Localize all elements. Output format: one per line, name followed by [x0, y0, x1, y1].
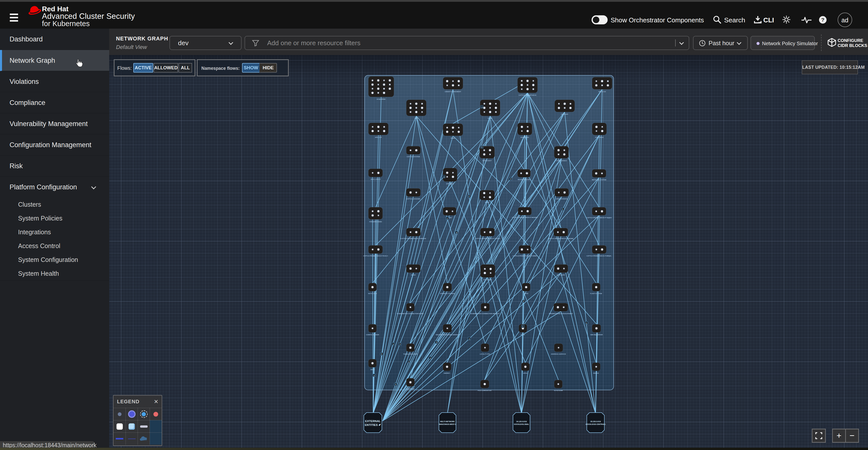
- svg-text:1: 1: [374, 374, 375, 377]
- svg-text:URSIF: URSIF: [488, 118, 493, 119]
- svg-text:CATTLE-PROMETHEUS-P-JHJGG: CATTLE-PROMETHEUS-P-JHJGG: [475, 238, 500, 239]
- svg-text:LOYALTY-PAY: LOYALTY-PAY: [480, 353, 490, 355]
- svg-text:OPAS: OPAS: [485, 202, 489, 203]
- svg-text:CONFLUENCE: CONFLUENCE: [556, 160, 567, 161]
- svg-text:ARGO-CD: ARGO-CD: [598, 91, 606, 92]
- svg-text:ADDRESS-SERVICE: ADDRESS-SERVICE: [551, 353, 566, 355]
- svg-text:ADDRESS-CHANGE: ADDRESS-CHANGE: [440, 293, 455, 294]
- svg-text:CATTLE-PROMETHEUS-P-MPKXN: CATTLE-PROMETHEUS-P-MPKXN: [401, 238, 426, 239]
- svg-text:ENTITIES ✐: ENTITIES ✐: [365, 423, 381, 426]
- svg-text:ARGO-EVENTS: ARGO-EVENTS: [556, 198, 567, 200]
- svg-text:DEBUG: DEBUG: [593, 372, 599, 374]
- svg-text:JIRA-LATEST: JIRA-LATEST: [371, 179, 381, 180]
- svg-text:1: 1: [562, 208, 563, 210]
- svg-text:KUBERNETES-CONNECTOR-DEMO: KUBERNETES-CONNECTOR-DEMO: [397, 313, 424, 314]
- svg-text:GOOGLE/US-CENTRAL1: GOOGLE/US-CENTRAL1: [586, 423, 606, 425]
- svg-text:CATTLE-SYSTEM: CATTLE-SYSTEM: [407, 156, 420, 157]
- svg-text:1: 1: [395, 383, 396, 386]
- svg-text:ZERO: ZERO: [370, 369, 375, 370]
- svg-text:1: 1: [393, 343, 394, 345]
- svg-text:1: 1: [586, 322, 587, 324]
- svg-text:IRINA: IRINA: [451, 138, 455, 139]
- svg-text:ISTIOTERM: ISTIOTERM: [554, 390, 563, 391]
- svg-text:EXTERNAL: EXTERNAL: [365, 420, 381, 423]
- svg-text:FILE-CONVERTER: FILE-CONVERTER: [477, 390, 492, 391]
- svg-text:CATTLE-PROMETHEUS-P-M8Q2L: CATTLE-PROMETHEUS-P-M8Q2L: [587, 255, 612, 257]
- svg-text:MULTI-NETWORK: MULTI-NETWORK: [440, 421, 455, 422]
- svg-text:CATTLE-PROMETHEUS: CATTLE-PROMETHEUS: [519, 94, 536, 96]
- svg-text:1: 1: [436, 341, 437, 343]
- svg-text:4: 4: [443, 176, 445, 178]
- svg-text:CATTLE-PROMETHEUS-P-RL8L4: CATTLE-PROMETHEUS-P-RL8L4: [363, 255, 388, 257]
- svg-text:CONFIG-SEEDER: CONFIG-SEEDER: [366, 334, 379, 335]
- svg-text:CATTLE-LOGGING: CATTLE-LOGGING: [406, 198, 420, 200]
- svg-text:34.120.0.0/16: 34.120.0.0/16: [516, 421, 527, 422]
- svg-text:1: 1: [482, 106, 483, 108]
- svg-text:HPS: HPS: [415, 118, 418, 119]
- svg-text:2: 2: [408, 361, 409, 363]
- svg-text:IBM-MQSERVER: IBM-MQSERVER: [590, 334, 603, 335]
- svg-text:CATTLE-PROMETHEUS-P-MHXBN: CATTLE-PROMETHEUS-P-MHXBN: [512, 217, 537, 218]
- svg-text:GOOGLE/GLOBAL: GOOGLE/GLOBAL: [514, 423, 529, 425]
- svg-text:2: 2: [468, 195, 470, 198]
- svg-text:AMAZON/US-WEST-2: AMAZON/US-WEST-2: [439, 423, 456, 425]
- svg-text:HPSX: HPSX: [524, 293, 529, 294]
- svg-text:1: 1: [381, 353, 382, 355]
- svg-text:35.226.0.0/16: 35.226.0.0/16: [590, 421, 601, 422]
- svg-text:CATTLE-PROMETHEUS-P-7QQS4: CATTLE-PROMETHEUS-P-7QQS4: [587, 217, 612, 218]
- svg-text:1: 1: [447, 217, 448, 220]
- svg-text:1: 1: [469, 338, 470, 340]
- svg-text:1: 1: [522, 325, 524, 327]
- svg-text:OPTIMIZE: OPTIMIZE: [446, 183, 454, 185]
- svg-text:INGRESS-NGINX: INGRESS-NGINX: [518, 179, 530, 180]
- svg-text:3: 3: [456, 232, 457, 234]
- svg-text:SAP-CORE: SAP-CORE: [557, 274, 565, 276]
- svg-text:KUBERNETES-CONNECTOR-INFRAST: KUBERNETES-CONNECTOR-INFRAST: [471, 313, 500, 314]
- svg-text:CATTLE-PROMETHEUS-P-SMB6: CATTLE-PROMETHEUS-P-SMB6: [513, 255, 537, 257]
- svg-text:KEYCLOAK: KEYCLOAK: [368, 293, 377, 294]
- svg-text:AVENGERS: AVENGERS: [521, 137, 529, 138]
- svg-text:ISOLERAPI: ISOLERAPI: [483, 279, 492, 280]
- svg-text:2: 2: [510, 178, 512, 180]
- svg-text:BITBUCKET: BITBUCKET: [483, 160, 492, 161]
- svg-text:METALLB-SYSTEM: METALLB-SYSTEM: [592, 179, 606, 181]
- svg-text:PROMETHEUM-PUSHGATEWAY: PROMETHEUM-PUSHGATEWAY: [549, 313, 573, 314]
- svg-text:3: 3: [481, 146, 483, 148]
- svg-text:LOGSTASH: LOGSTASH: [406, 388, 414, 389]
- svg-text:SECURE-MESSAGING-BRIDGE: SECURE-MESSAGING-BRIDGE: [436, 334, 459, 335]
- svg-text:1: 1: [430, 357, 431, 359]
- svg-text:CATTLE-PROMETHEUS-P-NB2MC: CATTLE-PROMETHEUS-P-NB2MC: [548, 238, 574, 239]
- svg-text:TOKEN-PROVIDER: TOKEN-PROVIDER: [403, 353, 417, 355]
- svg-text:CREDIT-AGREEMENT: CREDIT-AGREEMENT: [445, 91, 461, 92]
- svg-text:CEREAPI: CEREAPI: [561, 114, 568, 115]
- svg-text:ACQUIRING: ACQUIRING: [377, 98, 386, 100]
- svg-text:2: 2: [523, 300, 524, 302]
- svg-text:FIREBIRD-DEMO: FIREBIRD-DEMO: [369, 221, 382, 222]
- svg-text:HPS2: HPS2: [521, 334, 525, 335]
- svg-text:FLEET-SYSTEM: FLEET-SYSTEM: [590, 293, 602, 294]
- svg-text:STACKROX: STACKROX: [595, 137, 604, 138]
- svg-text:HPS4: HPS4: [523, 372, 528, 374]
- svg-text:HPS-JAP: HPS-JAP: [375, 137, 382, 138]
- svg-text:ANDREY: ANDREY: [444, 372, 450, 374]
- svg-text:ARGO: ARGO: [411, 274, 416, 276]
- svg-text:1: 1: [400, 343, 401, 345]
